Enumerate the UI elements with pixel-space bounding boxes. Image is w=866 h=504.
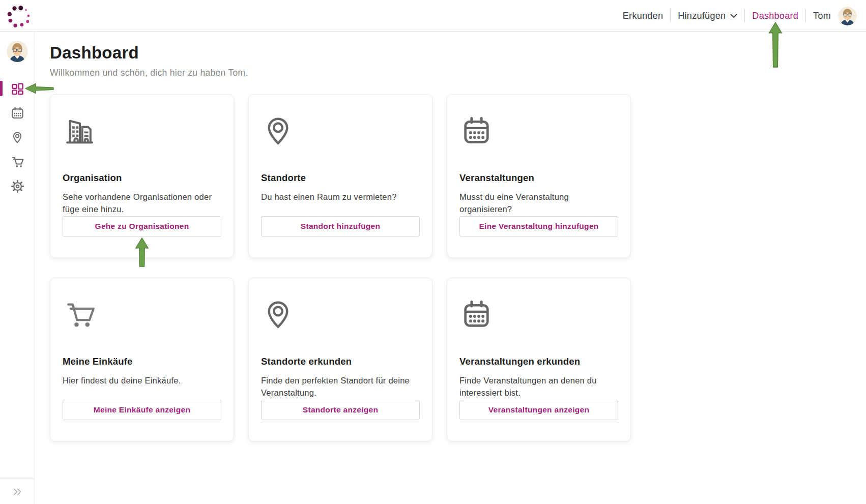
logo-dots-icon <box>3 1 32 29</box>
card-standorte-erkunden: Standorte erkunden Finde den perfekten S… <box>248 278 432 441</box>
card-meine-einkaeufe: Meine Einkäufe Hier findest du deine Ein… <box>50 278 234 441</box>
nav-item-hinzufuegen[interactable]: Hinzufügen <box>678 11 737 21</box>
card-title: Veranstaltungen <box>459 172 618 184</box>
sidebar-item-locations[interactable] <box>0 130 35 144</box>
top-navigation: Erkunden Hinzufügen Dashboard Tom <box>623 0 857 32</box>
brand-logo[interactable] <box>3 1 32 32</box>
avatar-illustration <box>838 7 857 25</box>
add-event-button[interactable]: Eine Veranstaltung hinzufügen <box>459 216 618 236</box>
sidebar-item-settings[interactable] <box>0 179 35 193</box>
card-description: Musst du eine Veranstaltung organisieren… <box>459 191 618 215</box>
card-veranstaltungen: Veranstaltungen Musst du eine Veranstalt… <box>447 94 631 258</box>
card-description: Du hast einen Raum zu vermieten? <box>261 191 420 203</box>
gear-icon <box>11 180 24 193</box>
sidebar-item-purchases[interactable] <box>0 155 35 169</box>
page-title: Dashboard <box>50 32 866 63</box>
nav-divider <box>670 9 671 22</box>
card-title: Organisation <box>63 172 221 184</box>
sidebar-nav <box>0 81 35 193</box>
avatar-illustration <box>7 41 28 62</box>
sidebar-item-dashboard[interactable] <box>0 81 35 96</box>
calendar-icon <box>459 298 618 332</box>
nav-divider <box>744 9 745 22</box>
user-name: Tom <box>813 11 831 21</box>
go-to-organisations-button[interactable]: Gehe zu Organisationen <box>63 216 221 236</box>
card-title: Standorte <box>261 172 420 184</box>
left-sidebar <box>0 32 35 504</box>
sidebar-expand-button[interactable] <box>0 479 35 504</box>
sidebar-avatar[interactable] <box>7 41 28 62</box>
tutorial-arrow-up-dashboard <box>769 22 782 68</box>
main-content: Dashboard Willkommen und schön, dich hie… <box>50 32 866 441</box>
nav-divider <box>805 9 806 22</box>
tutorial-arrow-up-organisations <box>135 238 149 267</box>
card-description: Sehe vorhandene Organisationen oder füge… <box>63 191 221 215</box>
show-locations-button[interactable]: Standorte anzeigen <box>261 400 420 420</box>
card-standorte: Standorte Du hast einen Raum zu vermiete… <box>248 94 432 258</box>
card-organisation: Organisation Sehe vorhandene Organisatio… <box>50 94 234 258</box>
map-pin-icon <box>261 114 420 148</box>
calendar-icon <box>11 106 24 120</box>
shopping-cart-icon <box>11 155 24 169</box>
show-purchases-button[interactable]: Meine Einkäufe anzeigen <box>63 400 221 420</box>
dashboard-grid-icon <box>11 82 24 96</box>
card-veranstaltungen-erkunden: Veranstaltungen erkunden Finde Veranstal… <box>447 278 631 441</box>
card-description: Hier findest du deine Einkäufe. <box>63 374 221 387</box>
nav-item-dashboard[interactable]: Dashboard <box>752 11 798 21</box>
card-title: Meine Einkäufe <box>63 356 221 367</box>
card-title: Veranstaltungen erkunden <box>459 356 618 367</box>
nav-label: Erkunden <box>623 11 663 21</box>
nav-item-erkunden[interactable]: Erkunden <box>623 11 663 21</box>
map-pin-icon <box>11 131 24 144</box>
expand-sidebar-icon <box>12 486 23 497</box>
nav-label: Hinzufügen <box>678 11 726 21</box>
nav-label: Dashboard <box>752 11 798 21</box>
dashboard-cards-grid: Organisation Sehe vorhandene Organisatio… <box>50 94 866 441</box>
chevron-down-icon <box>730 14 737 18</box>
buildings-icon <box>63 114 221 148</box>
user-avatar[interactable] <box>838 7 857 25</box>
sidebar-item-events-calendar[interactable] <box>0 106 35 120</box>
card-description: Finde Veranstaltungen an denen du intere… <box>459 374 618 399</box>
top-header: Erkunden Hinzufügen Dashboard Tom <box>0 0 866 32</box>
add-location-button[interactable]: Standort hinzufügen <box>261 216 420 236</box>
page-subtitle: Willkommen und schön, dich hier zu haben… <box>50 66 866 79</box>
card-title: Standorte erkunden <box>261 356 420 367</box>
calendar-icon <box>459 114 618 148</box>
map-pin-icon <box>261 298 420 332</box>
tutorial-arrow-left-dashboard <box>25 83 54 94</box>
shopping-cart-icon <box>63 298 221 332</box>
app-root: Erkunden Hinzufügen Dashboard Tom <box>0 0 866 504</box>
show-events-button[interactable]: Veranstaltungen anzeigen <box>459 400 618 420</box>
card-description: Finde den perfekten Standort für deine V… <box>261 374 420 399</box>
